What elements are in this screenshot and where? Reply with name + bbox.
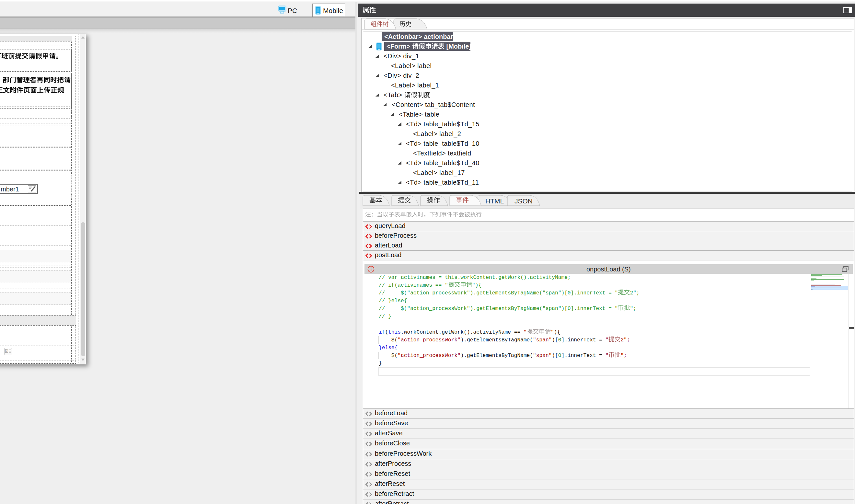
svg-text:N: N [5, 349, 8, 353]
